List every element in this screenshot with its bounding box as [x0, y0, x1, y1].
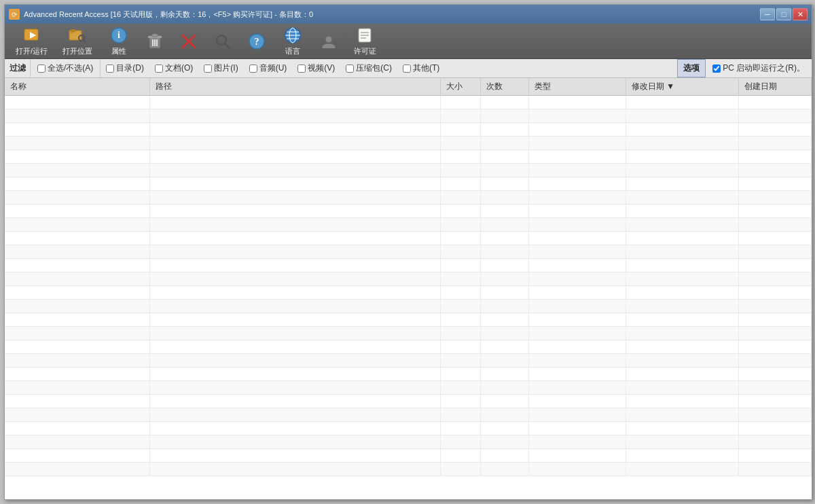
file-table-container: 名称 路径 大小 次数 类型 修改日期 ▼ [5, 78, 812, 499]
other-label: 其他(T) [413, 62, 439, 74]
pc-startup-checkbox[interactable]: PC 启动即运行之(R)。 [712, 62, 805, 74]
table-row[interactable] [5, 354, 812, 367]
video-label: 视频(V) [308, 62, 335, 74]
video-checkbox[interactable]: 视频(V) [292, 59, 340, 77]
other-checkbox[interactable]: 其他(T) [397, 59, 445, 77]
language-label: 语言 [285, 46, 300, 56]
properties-icon: i [109, 26, 128, 45]
table-row[interactable] [5, 204, 812, 218]
col-count[interactable]: 次数 [481, 78, 529, 96]
table-header-row: 名称 路径 大小 次数 类型 修改日期 ▼ [5, 78, 812, 96]
svg-point-26 [325, 36, 332, 43]
audio-checkbox[interactable]: 音频(U) [244, 59, 293, 77]
main-window: ⟳ Advanced Recent Access [16 天试用版，剩余天数：1… [4, 4, 812, 500]
directory-checkbox[interactable]: 目录(D) [101, 59, 149, 77]
delete-icon [145, 32, 164, 51]
col-path[interactable]: 路径 [150, 78, 441, 96]
search-button[interactable] [208, 29, 238, 54]
document-label: 文档(O) [165, 62, 193, 74]
remove-button[interactable] [174, 29, 204, 54]
license-button[interactable]: 许可证 [348, 23, 382, 59]
table-row[interactable] [5, 96, 812, 109]
col-name[interactable]: 名称 [5, 78, 150, 96]
col-size[interactable]: 大小 [440, 78, 480, 96]
audio-input[interactable] [249, 65, 257, 73]
image-input[interactable] [204, 65, 212, 73]
open-location-label: 打开位置 [62, 46, 92, 56]
file-table: 名称 路径 大小 次数 类型 修改日期 ▼ [5, 78, 812, 476]
col-modified[interactable]: 修改日期 ▼ [626, 78, 738, 96]
title-bar: ⟳ Advanced Recent Access [16 天试用版，剩余天数：1… [5, 5, 812, 24]
svg-rect-4 [71, 29, 75, 32]
open-location-button[interactable]: 打开位置 [57, 23, 98, 59]
close-button[interactable]: ✕ [793, 8, 808, 20]
document-checkbox[interactable]: 文档(O) [149, 59, 198, 77]
table-row[interactable] [5, 259, 812, 272]
table-row[interactable] [5, 177, 812, 191]
app-icon: ⟳ [9, 9, 20, 20]
table-row[interactable] [5, 218, 812, 232]
table-row[interactable] [5, 109, 812, 123]
user-button[interactable] [314, 29, 344, 54]
table-row[interactable] [5, 245, 812, 259]
toolbar: 打开/运行 打开位置 i [5, 24, 812, 59]
table-row[interactable] [5, 408, 812, 422]
table-row[interactable] [5, 422, 812, 435]
table-row[interactable] [5, 340, 812, 354]
table-body [5, 96, 812, 476]
table-row[interactable] [5, 232, 812, 245]
image-label: 图片(I) [214, 62, 238, 74]
table-row[interactable] [5, 137, 812, 150]
table-row[interactable] [5, 313, 812, 327]
table-row[interactable] [5, 286, 812, 300]
directory-input[interactable] [106, 65, 114, 73]
video-input[interactable] [297, 65, 306, 73]
svg-rect-11 [152, 34, 158, 37]
maximize-button[interactable]: □ [776, 8, 791, 20]
delete-button[interactable] [140, 29, 170, 54]
svg-line-6 [84, 40, 86, 42]
properties-label: 属性 [111, 46, 126, 56]
license-label: 许可证 [354, 46, 376, 56]
window-controls: ─ □ ✕ [760, 8, 808, 20]
filter-label: 过滤 [5, 59, 31, 77]
remove-icon [179, 32, 198, 51]
properties-button[interactable]: i 属性 [102, 23, 136, 59]
table-row[interactable] [5, 327, 812, 340]
col-created[interactable]: 创建日期 [739, 78, 812, 96]
minimize-button[interactable]: ─ [760, 8, 775, 20]
table-row[interactable] [5, 123, 812, 137]
archive-label: 压缩包(C) [356, 62, 392, 74]
all-select-input[interactable] [37, 65, 46, 73]
image-checkbox[interactable]: 图片(I) [198, 59, 243, 77]
archive-checkbox[interactable]: 压缩包(C) [340, 59, 397, 77]
col-type[interactable]: 类型 [529, 78, 626, 96]
open-run-button[interactable]: 打开/运行 [10, 23, 53, 59]
table-row[interactable] [5, 435, 812, 449]
user-icon [319, 32, 338, 51]
all-select-label: 全选/不选(A) [48, 62, 93, 74]
language-button[interactable]: 语言 [276, 23, 310, 59]
table-row[interactable] [5, 191, 812, 204]
table-row[interactable] [5, 300, 812, 313]
options-tab[interactable]: 选项 [677, 59, 706, 77]
document-input[interactable] [155, 65, 163, 73]
directory-label: 目录(D) [116, 62, 144, 74]
all-select-checkbox[interactable]: 全选/不选(A) [31, 59, 101, 77]
table-row[interactable] [5, 381, 812, 395]
table-row[interactable] [5, 449, 812, 463]
table-row[interactable] [5, 164, 812, 177]
table-row[interactable] [5, 272, 812, 286]
audio-label: 音频(U) [259, 62, 287, 74]
window-title: Advanced Recent Access [16 天试用版，剩余天数：16，… [24, 10, 760, 20]
table-row[interactable] [5, 150, 812, 164]
help-button[interactable]: ? [242, 29, 272, 54]
svg-text:i: i [117, 30, 120, 40]
svg-text:?: ? [255, 37, 259, 47]
table-row[interactable] [5, 395, 812, 408]
pc-startup-input[interactable] [712, 65, 721, 73]
table-row[interactable] [5, 367, 812, 381]
table-row[interactable] [5, 463, 812, 476]
other-input[interactable] [403, 65, 411, 73]
archive-input[interactable] [346, 65, 354, 73]
